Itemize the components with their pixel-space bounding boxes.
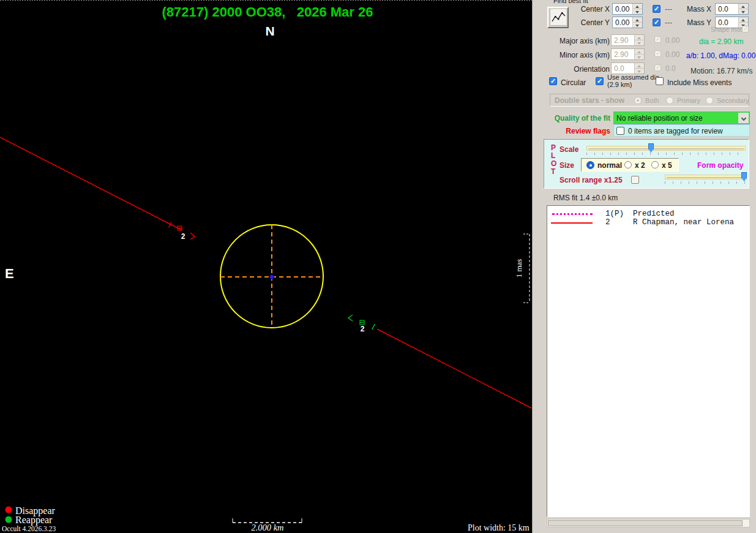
review-flags-bar: 0 items are tagged for review [613, 124, 750, 137]
center-y-spinner[interactable]: 0.00 [612, 17, 643, 28]
reappear-uncertainty-tick [372, 324, 375, 330]
motion-text: Motion: 16.77 km/s [691, 67, 752, 75]
scale-slider-thumb[interactable] [648, 143, 654, 153]
chord2-line-left [0, 137, 181, 230]
control-panel: Find best fit Center X 0.00 --- Mass X 0… [532, 0, 756, 533]
scrollbar-thumb[interactable] [548, 520, 743, 526]
scroll-range-checkbox[interactable] [631, 176, 639, 184]
double-stars-label: Double stars - show [555, 96, 624, 105]
form-opacity-slider[interactable] [665, 175, 747, 180]
center-x-down-arrow[interactable] [633, 9, 642, 14]
reappear-legend-dot [6, 516, 12, 523]
occult-app-window: (87217) 2000 OO38, 2026 Mar 26 N E 2 2 [0, 0, 756, 533]
use-assumed-checkbox[interactable] [596, 77, 604, 85]
double-stars-both-radio [634, 97, 642, 104]
chord-list-scrollbar[interactable] [547, 519, 750, 527]
mass-y-up-arrow[interactable] [739, 17, 748, 22]
minor-axis-err: 0.00 [665, 50, 679, 59]
north-label: N [265, 24, 274, 38]
center-x-up-arrow[interactable] [633, 4, 642, 9]
mass-x-spinner[interactable]: 0.0 [715, 3, 749, 15]
plot-canvas: (87217) 2000 OO38, 2026 Mar 26 N E 2 2 [0, 0, 532, 533]
quality-label: Quality of the fit [536, 114, 610, 123]
find-best-fit-label: Find best fit [553, 0, 588, 4]
size-label: Size [560, 161, 574, 170]
orientation-checkbox [654, 64, 661, 71]
disappear-direction-arrow [190, 233, 195, 240]
reappear-direction-arrow [348, 315, 353, 321]
center-y-label: Center Y [556, 18, 610, 27]
orientation-err: 0.0 [665, 64, 676, 73]
list-item-chord2[interactable]: 2 R Chapman, near Lorena [547, 217, 749, 227]
minor-axis-label: Minor axis (km) [551, 51, 610, 59]
chevron-down-icon [741, 116, 746, 121]
rms-fit-text: RMS fit 1.4 ±0.0 km [553, 194, 618, 202]
chord2-label-reappear: 2 [361, 325, 365, 333]
mas-scale-label: 1 mas [514, 259, 523, 278]
form-opacity-label: Form opacity [697, 161, 743, 170]
chord-number: 2 [605, 218, 610, 227]
size-x2-radio[interactable] [624, 161, 632, 168]
center-y-dash: --- [665, 18, 672, 27]
double-stars-secondary-radio [706, 97, 713, 104]
scale-slider-ticks [586, 153, 746, 155]
chord-name: R Chapman, near Lorena [633, 218, 734, 227]
orientation-spinner: 0.0 [611, 62, 645, 74]
mass-x-down-arrow[interactable] [739, 9, 748, 14]
observed-chord-swatch [551, 222, 593, 224]
center-x-checkbox[interactable] [653, 5, 661, 13]
size-x5-label: x 5 [662, 161, 672, 170]
review-flags-checkbox[interactable] [616, 127, 624, 135]
dropdown-button[interactable] [738, 113, 749, 123]
center-y-up-arrow[interactable] [633, 17, 642, 22]
size-x2-label: x 2 [635, 161, 645, 170]
plot-letter-p: P [551, 143, 556, 152]
major-axis-label: Major axis (km) [551, 37, 610, 45]
form-opacity-slider-thumb[interactable] [741, 172, 747, 181]
scale-label: Scale [560, 145, 578, 154]
double-stars-primary-radio [666, 97, 673, 104]
quality-value: No reliable position or size [616, 114, 703, 123]
orientation-label: Orientation [551, 65, 610, 74]
east-label: E [5, 266, 14, 281]
minor-axis-value: 2.90 [612, 49, 634, 59]
plot-title: (87217) 2000 OO38, 2026 Mar 26 [162, 4, 373, 20]
plot-width-label: Plot width: 15 km [468, 523, 530, 532]
center-y-checkbox[interactable] [653, 18, 661, 26]
occultation-plot-area[interactable]: (87217) 2000 OO38, 2026 Mar 26 N E 2 2 [0, 0, 532, 533]
minor-axis-checkbox [654, 50, 661, 57]
review-flags-label: Review flags [536, 127, 610, 135]
size-radio-group: normal x 2 x 5 [581, 158, 679, 172]
center-x-value: 0.00 [613, 4, 632, 14]
center-x-spinner[interactable]: 0.00 [612, 3, 643, 15]
disappear-legend-dot [6, 507, 12, 513]
chord-number: 1(P) [605, 210, 624, 218]
shape-model-checkbox[interactable] [742, 26, 749, 32]
form-opacity-slider-ticks [665, 181, 747, 184]
plot-letter-t: T [551, 167, 555, 176]
major-axis-checkbox [654, 36, 661, 43]
chord-list[interactable]: 1(P) Predicted 2 R Chapman, near Lorena [547, 205, 750, 517]
scale-slider[interactable] [586, 146, 746, 151]
plot-controls-box: P L O T Scale Size normal x 2 x 5 Form o… [544, 139, 749, 189]
center-point [270, 275, 274, 279]
circular-checkbox[interactable] [549, 77, 557, 85]
center-y-value: 0.00 [613, 17, 632, 28]
quality-dropdown[interactable]: No reliable position or size [613, 112, 750, 124]
major-axis-value: 2.90 [612, 35, 634, 45]
use-assumed-label: Use assumed dia (2.9 km) [607, 74, 661, 88]
predicted-chord-swatch [552, 213, 593, 215]
size-normal-radio[interactable] [586, 161, 594, 169]
center-x-label: Center X [556, 5, 610, 13]
list-item-predicted[interactable]: 1(P) Predicted [547, 209, 749, 218]
dia-text: dia = 2.90 km [699, 37, 743, 46]
mass-x-up-arrow[interactable] [739, 4, 748, 9]
size-x5-radio[interactable] [651, 161, 659, 168]
center-y-down-arrow[interactable] [633, 22, 642, 28]
scroll-range-label: Scroll range x1.25 [560, 176, 623, 184]
orientation-value: 0.0 [612, 63, 634, 74]
size-normal-label: normal [597, 161, 622, 170]
include-miss-checkbox[interactable] [656, 77, 664, 85]
review-flags-text: 0 items are tagged for review [628, 127, 723, 135]
mass-x-value: 0.0 [716, 4, 738, 14]
